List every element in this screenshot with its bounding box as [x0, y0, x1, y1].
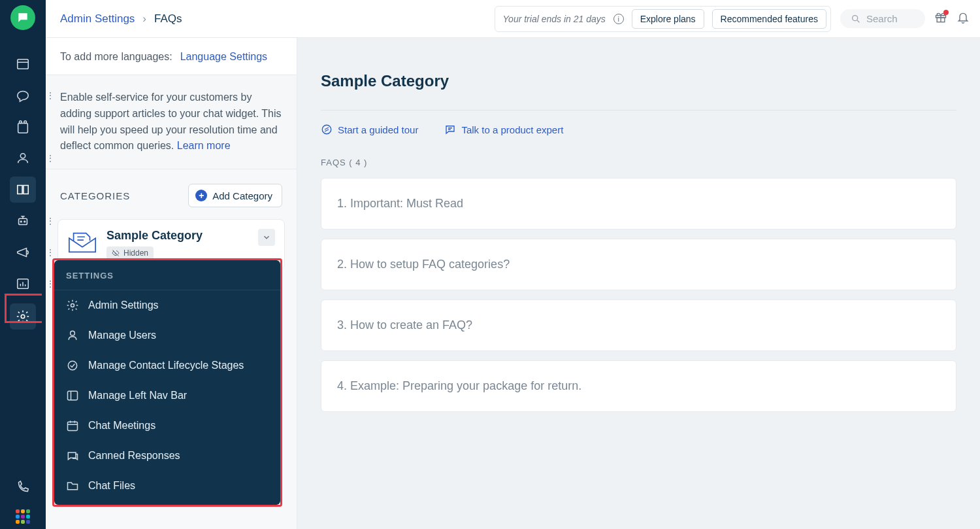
language-row: To add more languages: Language Settings — [46, 38, 297, 75]
more-dots-icon: ⋮ — [46, 251, 55, 254]
topbar: Admin Settings › FAQs Your trial ends in… — [46, 0, 980, 38]
settings-popover-header: SETTINGS — [54, 260, 280, 290]
settings-item-user[interactable]: Manage Users — [54, 320, 280, 350]
faq-item[interactable]: 2. How to setup FAQ categories? — [321, 239, 956, 290]
app-logo[interactable] — [10, 5, 35, 30]
svg-rect-5 — [19, 218, 27, 224]
help-text-body: Enable self-service for your customers b… — [60, 92, 282, 151]
settings-item-label: Manage Users — [88, 330, 156, 341]
settings-item-label: Admin Settings — [88, 299, 159, 311]
divider — [321, 110, 956, 111]
svg-rect-0 — [18, 60, 29, 69]
compass-icon — [321, 124, 333, 135]
chat-icon — [444, 124, 456, 135]
learn-more-link[interactable]: Learn more — [177, 140, 231, 151]
nav-messages[interactable]: ⋮ — [10, 82, 36, 109]
nav-settings[interactable] — [10, 303, 36, 330]
settings-item-label: Manage Contact Lifecycle Stages — [88, 360, 244, 371]
tour-label: Start a guided tour — [338, 124, 418, 135]
faq-count-label: FAQS ( 4 ) — [321, 158, 956, 167]
nav-bot[interactable]: ⋮ — [10, 208, 36, 234]
info-icon[interactable]: i — [613, 14, 624, 24]
nav-automation[interactable] — [10, 114, 36, 140]
settings-item-folder[interactable]: Chat Files — [54, 471, 280, 501]
gift-icon[interactable] — [934, 11, 947, 27]
bell-icon[interactable] — [956, 11, 970, 27]
svg-point-18 — [322, 125, 331, 134]
nav-phone[interactable] — [10, 474, 36, 500]
settings-item-label: Manage Left Nav Bar — [88, 390, 187, 401]
svg-point-9 — [21, 315, 25, 318]
add-category-label: Add Category — [212, 190, 272, 201]
svg-rect-17 — [68, 422, 78, 430]
more-dots-icon: ⋮ — [46, 157, 55, 160]
categories-header: CATEGORIES + Add Category — [46, 169, 297, 215]
start-guided-tour-link[interactable]: Start a guided tour — [321, 124, 418, 135]
chevron-right-icon: › — [142, 12, 146, 26]
settings-item-gear[interactable]: Admin Settings — [54, 290, 280, 320]
folder-icon — [66, 479, 79, 492]
highlight-box-popover: SETTINGS Admin SettingsManage UsersManag… — [52, 258, 282, 507]
svg-rect-1 — [18, 124, 28, 133]
language-settings-link[interactable]: Language Settings — [180, 51, 267, 63]
search-placeholder: Search — [866, 13, 898, 24]
breadcrumb-parent-link[interactable]: Admin Settings — [60, 12, 135, 26]
svg-point-2 — [20, 121, 22, 124]
trial-message: Your trial ends in 21 days — [503, 14, 606, 24]
notification-dot-icon — [943, 10, 949, 15]
faq-item[interactable]: 3. How to create an FAQ? — [321, 299, 956, 351]
settings-item-label: Chat Files — [88, 480, 135, 492]
layout-icon — [66, 389, 79, 402]
svg-point-6 — [20, 221, 22, 222]
envelope-icon — [67, 229, 97, 255]
more-dots-icon: ⋮ — [46, 94, 55, 97]
hidden-badge-label: Hidden — [123, 248, 148, 258]
breadcrumb-current: FAQs — [154, 12, 182, 26]
calendar-icon — [66, 419, 79, 432]
svg-point-7 — [24, 221, 25, 222]
more-dots-icon: ⋮ — [46, 220, 55, 222]
expert-label: Talk to a product expert — [461, 124, 563, 135]
cycle-icon — [66, 359, 79, 372]
nav-contacts[interactable]: ⋮ — [10, 145, 36, 171]
settings-item-label: Canned Responses — [88, 450, 180, 462]
settings-item-label: Chat Meetings — [88, 420, 155, 432]
breadcrumb: Admin Settings › FAQs — [60, 12, 182, 26]
svg-point-15 — [68, 361, 76, 369]
language-label: To add more languages: — [60, 51, 172, 63]
app-switcher-icon[interactable] — [16, 509, 30, 524]
trial-banner: Your trial ends in 21 days i Explore pla… — [495, 6, 831, 32]
nav-knowledge-base[interactable] — [10, 177, 36, 203]
plus-icon: + — [195, 190, 207, 201]
svg-point-4 — [20, 154, 25, 158]
page-title: Sample Category — [321, 72, 956, 90]
settings-item-calendar[interactable]: Chat Meetings — [54, 411, 280, 441]
expand-category-button[interactable] — [258, 229, 275, 246]
categories-label: CATEGORIES — [60, 190, 130, 201]
nav-reports[interactable]: ⋮ — [10, 271, 36, 297]
settings-item-layout[interactable]: Manage Left Nav Bar — [54, 381, 280, 411]
main-panel: Sample Category Start a guided tour Talk… — [297, 0, 980, 529]
settings-item-canned[interactable]: Canned Responses — [54, 441, 280, 471]
canned-icon — [66, 449, 79, 462]
left-nav-rail: ⋮ ⋮ ⋮ ⋮ ⋮ — [0, 0, 46, 529]
global-search[interactable]: Search — [840, 9, 925, 28]
category-title: Sample Category — [106, 229, 249, 243]
svg-point-13 — [71, 304, 74, 307]
nav-dashboard[interactable] — [10, 51, 36, 77]
svg-point-10 — [853, 15, 858, 20]
add-category-button[interactable]: + Add Category — [188, 184, 282, 207]
svg-point-3 — [24, 121, 27, 124]
eye-off-icon — [112, 249, 120, 257]
faq-item[interactable]: 4. Example: Preparing your package for r… — [321, 360, 956, 412]
user-icon — [66, 329, 79, 342]
faq-item[interactable]: 1. Important: Must Read — [321, 178, 956, 230]
talk-to-expert-link[interactable]: Talk to a product expert — [444, 124, 563, 135]
help-text: Enable self-service for your customers b… — [46, 75, 297, 169]
settings-item-cycle[interactable]: Manage Contact Lifecycle Stages — [54, 350, 280, 381]
chevron-down-icon — [262, 233, 271, 242]
explore-plans-button[interactable]: Explore plans — [632, 9, 704, 29]
settings-popover: SETTINGS Admin SettingsManage UsersManag… — [54, 260, 280, 505]
recommended-features-button[interactable]: Recommended features — [712, 9, 826, 29]
nav-campaigns[interactable]: ⋮ — [10, 239, 36, 265]
